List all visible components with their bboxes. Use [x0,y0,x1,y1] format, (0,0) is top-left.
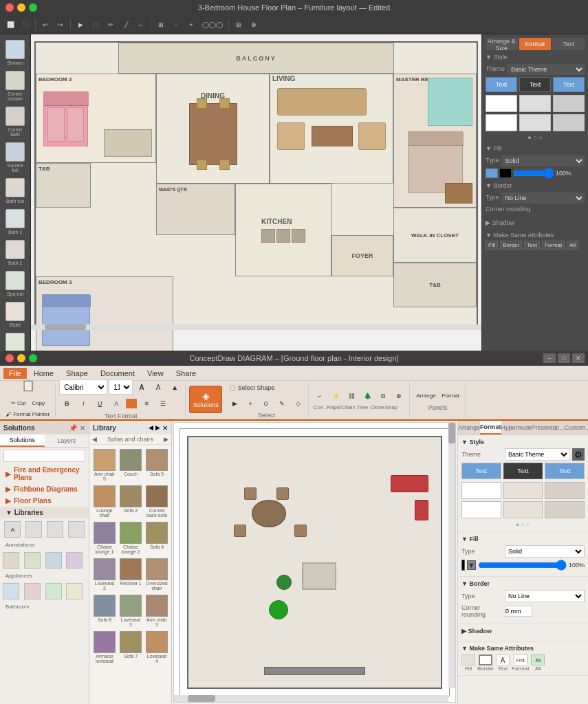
rfp-theme-settings[interactable]: ⚙ [572,448,585,461]
style-prev[interactable] [503,501,543,518]
menu-shape[interactable]: Shape [61,368,94,379]
library-item[interactable]: Sofa 4 [144,520,169,556]
bot-minimize[interactable] [17,354,25,362]
theme-btn-1[interactable]: Text [486,77,517,92]
rfp-same-format[interactable]: Fmt Format [512,654,529,672]
lib-annotations[interactable]: A [3,521,23,538]
menu-share[interactable]: Share [171,368,202,379]
shape-item-bath2[interactable]: Bath 2 [2,238,28,267]
theme-btn-2[interactable]: Text [519,77,551,92]
snap-btn2[interactable]: ⊕ [391,388,406,404]
library-item[interactable]: Loveseat 4 [144,630,169,665]
solutions-btn[interactable]: ◈ Solutions [189,386,222,413]
style-prev[interactable] [545,501,585,518]
rfp-same-fill[interactable]: Fill [461,654,475,672]
library-item[interactable]: Chaise lounge 2 [118,520,143,556]
connector-btn[interactable]: ⌐ [312,388,327,404]
rfp-style-btn-1[interactable]: Text [461,463,501,479]
lib-nav-back[interactable]: ◀ [149,424,153,432]
toolbar-btn[interactable]: ⬜ [3,18,17,32]
library-item[interactable]: Loveseat 2 [92,557,117,592]
appliance-thumb[interactable] [24,552,41,569]
fill-color-swatch[interactable] [486,168,498,178]
font-color-btn[interactable]: A [151,380,166,395]
tab-arrange-size[interactable]: Arrange & Size [486,38,518,50]
main-canvas[interactable] [173,422,456,703]
select-tool[interactable]: ⬚ [89,18,102,32]
solutions-search[interactable] [3,450,85,462]
rfp-border-select[interactable]: No Line [505,590,585,602]
appliance-thumb[interactable] [66,552,83,569]
win-minimize-btn[interactable]: – [543,353,556,363]
menu-view[interactable]: View [142,368,169,379]
theme-btn-3[interactable]: Text [553,77,585,92]
style-prev[interactable] [461,501,501,518]
canvas-area[interactable]: BALCONY BEDROOM 2 DINING [31,34,481,351]
rfp-corner-input[interactable] [505,606,532,617]
bathroom-thumb[interactable] [3,583,19,600]
zoom-out[interactable]: – [169,18,183,32]
rfp-hypermute-tab[interactable]: Hypermute [501,421,532,434]
library-item[interactable]: Armless loveseat [92,630,117,665]
appliance-thumb[interactable] [3,552,19,569]
format-btn[interactable]: Format [439,388,462,404]
line-tool[interactable]: ╱ [119,18,133,32]
rfp-fill-dropdown[interactable]: ▼ [467,560,476,570]
fill-opacity-slider[interactable] [513,170,554,176]
font-size-select[interactable]: 11 [109,380,133,395]
lib-nav-fwd[interactable]: ▶ [155,424,160,432]
rfp-theme-select[interactable]: Basic Theme [505,448,570,461]
underline-btn[interactable]: U [92,396,107,411]
lasso-btn[interactable]: ⊙ [259,396,274,411]
pointer-btn[interactable]: ▶ [227,396,242,411]
italic-btn[interactable]: I [76,396,91,411]
rfp-arrange-tab[interactable]: Arrange [458,421,480,434]
style-preview[interactable] [519,114,551,131]
font-bg-btn[interactable]: ▲ [167,380,182,395]
bot-maximize[interactable] [29,354,37,362]
library-item[interactable]: Sofa 5 [144,448,169,483]
snap-btn[interactable]: ⊕ [247,18,261,32]
library-item[interactable]: Lounge chair [92,484,117,519]
cut-btn[interactable]: ✂ Cut [8,397,29,408]
shape-item-bath1[interactable]: Bath 1 [2,207,28,236]
style-preview[interactable] [553,95,585,112]
pen-btn[interactable]: ✎ [274,396,290,411]
clone-btn[interactable]: ⧉ [375,388,391,404]
arrange-btn[interactable]: Arrange [413,388,438,404]
fill-black-swatch[interactable] [499,168,512,178]
style-preview[interactable] [553,114,585,131]
bathroom-thumb[interactable] [66,583,83,600]
tab-text[interactable]: Text [552,38,585,50]
style-preview[interactable] [486,114,517,131]
rfp-same-border[interactable]: Border [477,654,494,672]
rfp-present-tab[interactable]: Presentati... [532,421,565,434]
solutions-tab[interactable]: Solutions [0,434,45,447]
solutions-fishbone[interactable]: ▶ Fishbone Diagrams [0,483,89,495]
rfp-format-tab[interactable]: Format [480,421,501,434]
paste-btn[interactable]: 📋 [18,373,39,397]
shape-item-bath-tub[interactable]: Bath tub [2,176,28,206]
shape-item-corner-bath[interactable]: Corner bath [2,104,28,139]
format-painter-btn[interactable]: 🖌 Format Painter [3,408,52,419]
toolbar-btn[interactable]: ↩ [39,18,52,32]
horizontal-scrollbar[interactable] [31,324,481,330]
same-text-btn[interactable]: Text [524,241,540,250]
tool-btn[interactable]: + [243,396,258,411]
strikethrough-btn[interactable]: A [109,396,124,411]
zoom-in[interactable]: + [184,18,198,32]
connector-tool[interactable]: ⌐ [134,18,148,32]
draw-tool[interactable]: ✏ [104,18,118,32]
rfp-same-text[interactable]: A Text [496,654,510,672]
chain-btn[interactable]: ⛓ [344,388,359,404]
text-color-swatch[interactable] [126,399,137,408]
shape-item-square-tub[interactable]: Square tub [2,140,28,175]
rfp-custom-tab[interactable]: Custom... [565,421,588,434]
rapid-draw-btn[interactable]: ⚡ [328,388,343,404]
win-close-btn[interactable]: ✕ [572,353,585,363]
lib-extra[interactable] [66,521,86,538]
list-btn[interactable]: ☰ [155,396,171,411]
align-btn[interactable]: ≡ [139,396,154,411]
layers-tab[interactable]: Layers [45,434,89,447]
theme-select[interactable]: Basic Theme [507,64,585,75]
